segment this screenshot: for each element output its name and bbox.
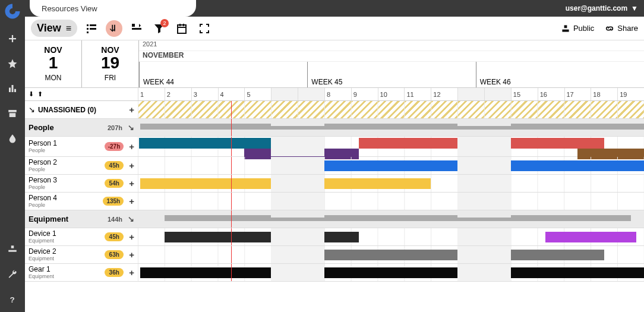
group-lane (138, 210, 644, 228)
group-hours: 207h (108, 124, 122, 131)
help-icon[interactable]: ? (6, 293, 19, 306)
group-collapse-icon[interactable]: ↘ (128, 123, 134, 132)
chevron-down-icon: ▼ (631, 4, 638, 12)
user-email: user@ganttic.com (566, 4, 627, 12)
task-bar[interactable] (545, 232, 636, 242)
logo[interactable] (4, 2, 21, 20)
svg-rect-12 (87, 31, 89, 33)
svg-rect-4 (10, 113, 16, 117)
fullscreen-icon[interactable] (196, 20, 213, 37)
day-cell: 17 (564, 88, 591, 100)
task-bar[interactable] (140, 267, 644, 278)
week-cell: WEEK 46 (476, 62, 644, 87)
util-bar (271, 218, 324, 221)
calendar-icon[interactable] (173, 20, 190, 37)
resource-lane[interactable] (138, 137, 644, 156)
resource-name: Person 2 (29, 159, 57, 166)
add-task-button[interactable]: + (129, 267, 134, 278)
task-bar[interactable] (139, 138, 324, 149)
util-bar (457, 218, 511, 221)
unassigned-lane[interactable] (138, 101, 644, 118)
task-bar[interactable] (292, 250, 604, 260)
day-cell: 19 (617, 88, 644, 100)
util-bar (271, 126, 324, 130)
today-line (231, 137, 232, 156)
archive-icon[interactable] (6, 107, 19, 120)
hours-badge: 54h (105, 179, 124, 188)
today-line (231, 101, 232, 118)
svg-rect-2 (14, 89, 16, 92)
hours-badge: 36h (105, 268, 124, 277)
filter-badge: 2 (160, 19, 169, 27)
user-menu[interactable]: user@ganttic.com ▼ (566, 4, 638, 12)
resource-lane[interactable] (138, 157, 644, 174)
date-range-start[interactable]: NOV 1 MON (25, 40, 81, 87)
collapse-all-up-icon[interactable]: ⬆ (37, 90, 43, 98)
add-unassigned-button[interactable]: + (129, 105, 134, 115)
star-icon[interactable] (6, 57, 19, 70)
resource-subtitle: Equipment (29, 256, 56, 261)
add-icon[interactable] (6, 32, 19, 45)
util-bar (324, 215, 457, 221)
unassigned-expand-icon[interactable]: ↘ (29, 105, 35, 114)
share-button[interactable]: Share (605, 24, 638, 33)
hours-badge: 135h (103, 197, 124, 206)
resource-lane[interactable] (138, 246, 644, 263)
util-bar (511, 124, 644, 130)
resource-lane[interactable] (138, 228, 644, 245)
resource-name: Device 1 (29, 230, 56, 238)
svg-rect-17 (564, 25, 567, 28)
wrench-icon[interactable] (6, 268, 19, 281)
add-task-button[interactable]: + (129, 141, 134, 152)
collapse-all-down-icon[interactable]: ⬇ (29, 90, 34, 98)
day-cell (484, 88, 511, 100)
svg-rect-0 (9, 88, 11, 93)
week-cell: WEEK 44 (139, 62, 307, 87)
add-task-button[interactable]: + (129, 232, 134, 242)
add-task-button[interactable]: + (129, 160, 134, 171)
sort-icon[interactable] (106, 20, 122, 37)
day-cell: 18 (591, 88, 617, 100)
svg-rect-15 (132, 28, 141, 30)
today-line (231, 157, 232, 174)
resource-lane[interactable] (138, 193, 644, 210)
resource-subtitle: People (29, 147, 57, 153)
task-bar[interactable] (140, 178, 431, 189)
resource-bottom-icon[interactable] (6, 243, 19, 256)
add-task-button[interactable]: + (129, 250, 134, 260)
day-cell: 9 (351, 88, 378, 100)
drop-icon[interactable] (6, 132, 19, 145)
add-task-button[interactable]: + (129, 178, 134, 188)
task-bar[interactable] (165, 232, 359, 242)
svg-rect-1 (12, 85, 14, 92)
svg-rect-5 (11, 245, 14, 248)
year-label: 2021 (139, 40, 644, 51)
group-collapse-icon[interactable]: ↘ (128, 215, 134, 223)
group-list-icon[interactable] (83, 20, 100, 37)
resource-subtitle: Equipment (29, 238, 56, 244)
day-cell: 5 (244, 88, 271, 100)
today-line (231, 119, 232, 136)
public-button[interactable]: Public (561, 24, 594, 33)
svg-text:?: ? (10, 295, 15, 304)
util-bar (165, 215, 271, 221)
report-icon[interactable] (6, 82, 19, 95)
filter-icon[interactable]: 2 (151, 20, 168, 37)
resource-lane[interactable] (138, 175, 644, 192)
menu-icon: ≡ (66, 23, 71, 34)
week-cell: WEEK 45 (307, 62, 475, 87)
task-bar[interactable] (359, 138, 604, 149)
svg-rect-18 (562, 29, 569, 31)
resource-name: Gear 1 (29, 266, 54, 273)
add-task-button[interactable]: + (129, 196, 134, 206)
day-cell: 2 (165, 88, 191, 100)
tab-title: Resources View (30, 0, 196, 17)
task-bar[interactable] (298, 160, 644, 171)
date-range-end[interactable]: NOV 19 FRI (82, 40, 138, 87)
view-label: View (37, 22, 61, 34)
display-options-icon[interactable] (128, 20, 145, 37)
svg-rect-13 (114, 24, 115, 31)
view-selector[interactable]: View ≡ (31, 20, 77, 37)
day-cell: 3 (191, 88, 218, 100)
resource-lane[interactable] (138, 264, 644, 281)
